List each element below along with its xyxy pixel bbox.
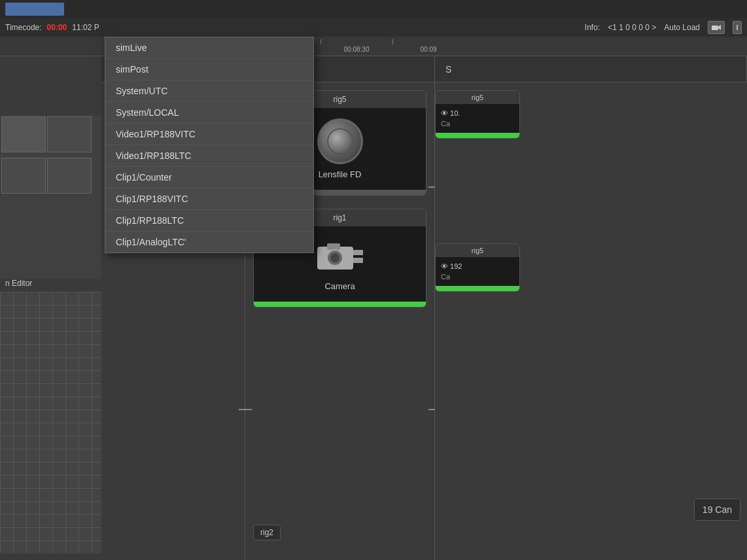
rig5-top-footer [436,133,519,138]
dropdown-item-clip1-rp188ltc[interactable]: Clip1/RP188LTC [105,210,313,232]
rig5-bottom-partial-card[interactable]: rig5 👁 192 Ca [435,243,520,292]
eye-icon-2: 👁 [441,262,448,270]
timecode-label: Timecode: [5,23,42,32]
rig5-top-partial-body: 👁 10. Ca [436,104,519,133]
svg-point-5 [330,253,339,262]
grid-lines [0,292,101,553]
svg-rect-3 [327,243,340,250]
dropdown-item-simlive[interactable]: simLive [105,37,313,59]
auto-load-label: Auto Load [664,23,700,32]
dropdown-item-video1-rp188ltc[interactable]: Video1/RP188LTC [105,145,313,167]
info-section: Info: <1 1 0 0 0 0 > Auto Load I [585,21,742,34]
ruler-label-3: 00:08:30 [344,46,370,53]
ruler-label-4: 00:09 [420,46,436,53]
camera-icon-button[interactable] [708,21,725,34]
dropdown-item-video1-rp188vitc[interactable]: Video1/RP188VITC [105,124,313,145]
s-header: S [435,56,747,82]
svg-rect-6 [353,250,363,255]
track-thumb-2 [47,116,92,152]
eye-icon: 👁 [441,109,448,117]
rig5-bottom-footer [436,286,519,291]
rig5-bottom-cam: Ca [441,273,514,281]
top-bar [0,0,747,18]
lens-inner [327,128,353,154]
camera-svg [314,237,366,276]
bottom-right-label: 19 Can [694,499,740,521]
dropdown-item-system-local[interactable]: System/LOCAL [105,102,313,124]
top-bar-menu-button[interactable] [5,3,64,16]
rig5-bottom-eye: 👁 192 [441,262,514,270]
dropdown-item-simpost[interactable]: simPost [105,59,313,80]
timecode-value: 00:00 [47,23,67,32]
info-label: Info: [585,23,600,32]
editor-label: n Editor [5,279,32,288]
rig1-camera-footer [254,302,426,307]
track-thumb-1 [1,116,46,152]
rig5-top-eye: 👁 10. [441,109,514,117]
grid-area [0,292,101,553]
dropdown-item-clip1-analogltc[interactable]: Clip1/AnalogLTC' [105,232,313,253]
rig5-top-partial-title: rig5 [436,91,519,104]
track-thumb-4 [47,158,92,194]
left-panel: n Editor [0,56,101,560]
svg-marker-1 [718,25,721,30]
info-value: <1 1 0 0 0 0 > [608,23,656,32]
lens-icon [317,118,363,164]
dropdown-item-clip1-rp188vitc[interactable]: Clip1/RP188VITC [105,188,313,210]
ruler-mark-3: 00:08:30 [321,39,392,53]
right-partial-area: rig5 👁 10. Ca rig5 👁 192 Ca [435,82,566,560]
svg-rect-7 [353,258,363,263]
ruler-mark-4: 00:09 [392,39,464,53]
rig1-camera-label: Camera [324,281,355,291]
rig5-top-cam: Ca [441,120,514,128]
s-label: S [445,64,451,75]
svg-rect-0 [712,26,718,30]
timecode-bar: Timecode: 00:00 11:02 P Info: <1 1 0 0 0… [0,18,747,37]
rig5-lensfile-label: Lensfile FD [319,169,362,179]
i-button[interactable]: I [733,21,742,34]
track-thumbnails [0,115,101,279]
timecode-rest: 11:02 P [72,23,99,32]
rig5-bottom-partial-title: rig5 [436,244,519,257]
rig5-top-partial-card[interactable]: rig5 👁 10. Ca [435,90,520,139]
dropdown-item-system-utc[interactable]: System/UTC [105,80,313,102]
dropdown-item-clip1-counter[interactable]: Clip1/Counter [105,167,313,188]
rig2-label: rig2 [253,525,281,540]
track-thumb-3 [1,158,46,194]
timecode-source-dropdown[interactable]: simLive simPost System/UTC System/LOCAL … [105,37,314,253]
rig5-bottom-partial-body: 👁 192 Ca [436,257,519,286]
